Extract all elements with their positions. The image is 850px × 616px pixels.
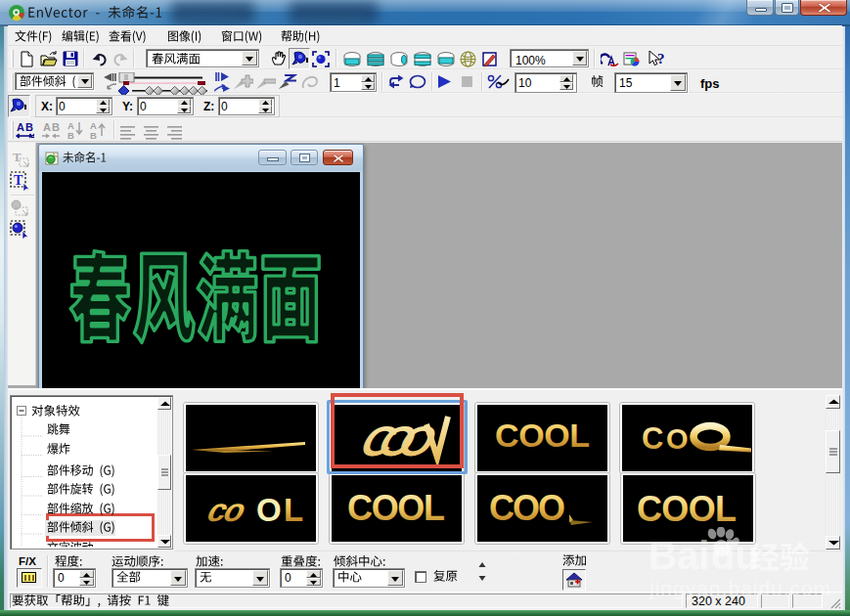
svg-text:C: C	[642, 421, 663, 456]
svg-text:COOL: COOL	[495, 417, 590, 454]
svg-text:?: ?	[657, 51, 665, 66]
svg-text:O: O	[666, 423, 689, 455]
svg-text:COOL: COOL	[347, 488, 445, 528]
svg-text:co: co	[201, 492, 252, 527]
svg-text:L: L	[284, 492, 303, 528]
svg-text:O: O	[256, 492, 282, 528]
svg-text:COO: COO	[489, 488, 565, 528]
svg-text:COOL: COOL	[637, 489, 737, 529]
